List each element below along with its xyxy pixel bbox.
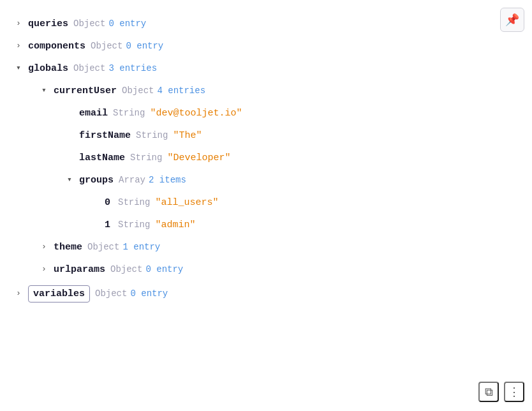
type-theme: Object: [87, 241, 119, 254]
tree-row-email: email String "dev@tooljet.io": [0, 102, 532, 124]
tree-row-variables[interactable]: variables Object 0 entry: [0, 281, 532, 307]
type-groups: Array: [119, 174, 145, 187]
value-groups-1: "admin": [155, 218, 195, 232]
key-email: email: [79, 107, 108, 120]
key-currentuser: currentUser: [54, 84, 117, 98]
type-variables: Object: [95, 288, 127, 301]
toggle-globals[interactable]: [13, 63, 24, 75]
type-groups-0: String: [118, 197, 150, 209]
tree-row-firstname: firstName String "The": [0, 124, 532, 147]
key-globals: globals: [28, 62, 68, 75]
copy-icon: ⧉: [485, 385, 493, 399]
count-variables: 0 entry: [130, 288, 168, 301]
value-firstname: "The": [173, 129, 202, 142]
key-firstname: firstName: [79, 129, 131, 142]
tree-row-lastname: lastName String "Developer": [0, 147, 532, 169]
toggle-variables[interactable]: [13, 288, 24, 300]
value-groups-0: "all_users": [155, 196, 218, 209]
bottom-toolbar: ⧉ ⋮: [478, 382, 524, 402]
key-variables: variables: [33, 288, 85, 299]
type-components: Object: [91, 40, 122, 53]
tree-row-groups[interactable]: groups Array 2 items: [0, 169, 532, 191]
tree-row-urlparams[interactable]: urlparams Object 0 entry: [0, 258, 532, 281]
type-currentuser: Object: [122, 85, 154, 98]
toggle-theme[interactable]: [38, 242, 50, 253]
index-1: 1: [105, 218, 110, 232]
tree-row-components[interactable]: components Object 0 entry: [0, 35, 532, 57]
pin-button[interactable]: 📌: [500, 8, 524, 32]
count-urlparams: 0 entry: [145, 264, 183, 276]
tree-row-groups-0: 0 String "all_users": [0, 191, 532, 214]
toggle-queries[interactable]: [13, 19, 24, 30]
tree-row-currentuser[interactable]: currentUser Object 4 entries: [0, 80, 532, 102]
copy-button[interactable]: ⧉: [478, 382, 499, 402]
key-lastname: lastName: [79, 151, 125, 165]
key-theme: theme: [54, 241, 82, 254]
value-lastname: "Developer": [167, 151, 230, 165]
key-urlparams: urlparams: [54, 263, 105, 276]
inspector-panel: 📌 queries Object 0 entry components Obje…: [0, 0, 532, 411]
variables-box: variables: [28, 285, 90, 303]
index-0: 0: [105, 196, 110, 209]
type-groups-1: String: [118, 219, 150, 232]
count-queries: 0 entry: [108, 18, 146, 31]
type-urlparams: Object: [110, 264, 142, 276]
tree-row-theme[interactable]: theme Object 1 entry: [0, 236, 532, 258]
tree-row-groups-1: 1 String "admin": [0, 214, 532, 236]
type-firstname: String: [136, 130, 168, 142]
type-email: String: [113, 107, 145, 120]
key-components: components: [28, 40, 85, 53]
tree-row-globals[interactable]: globals Object 3 entries: [0, 57, 532, 80]
pin-icon: 📌: [505, 13, 519, 27]
type-globals: Object: [73, 63, 105, 75]
toggle-currentuser[interactable]: [38, 86, 50, 97]
count-theme: 1 entry: [122, 241, 160, 254]
key-queries: queries: [28, 17, 68, 31]
toggle-components[interactable]: [13, 41, 24, 52]
count-currentuser: 4 entries: [157, 85, 205, 98]
tree-row-queries[interactable]: queries Object 0 entry: [0, 13, 532, 35]
more-icon: ⋮: [508, 385, 520, 399]
value-email: "dev@tooljet.io": [150, 107, 242, 120]
key-groups: groups: [79, 174, 114, 187]
type-queries: Object: [73, 18, 105, 31]
toggle-groups[interactable]: [64, 175, 75, 186]
count-components: 0 entry: [126, 40, 163, 53]
toggle-urlparams[interactable]: [38, 264, 50, 276]
count-groups: 2 items: [149, 174, 186, 187]
count-globals: 3 entries: [108, 63, 157, 75]
more-options-button[interactable]: ⋮: [504, 382, 524, 402]
type-lastname: String: [130, 152, 162, 165]
